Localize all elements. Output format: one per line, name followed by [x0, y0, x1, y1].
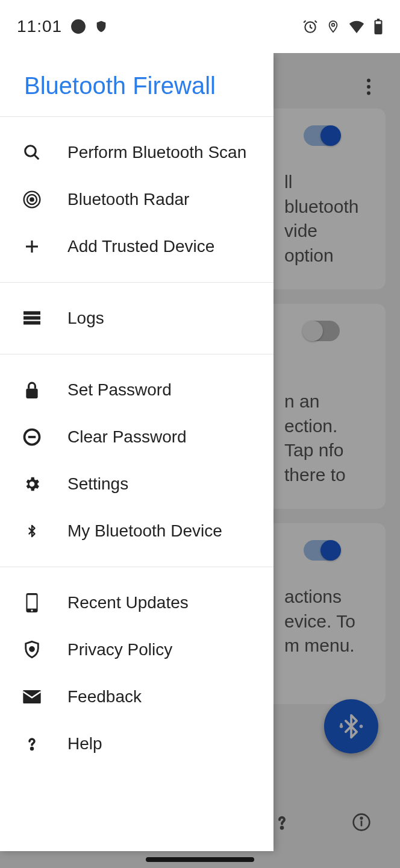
shield-icon [22, 640, 42, 660]
drawer-item-label: Recent Updates [67, 593, 189, 612]
drawer-item-radar[interactable]: Bluetooth Radar [0, 176, 273, 223]
mail-icon [22, 687, 42, 707]
drawer-item-my-device[interactable]: My Bluetooth Device [0, 508, 273, 555]
radar-icon [22, 189, 42, 210]
navigation-drawer: Bluetooth Firewall Perform Bluetooth Sca… [0, 53, 273, 851]
drawer-item-label: Perform Bluetooth Scan [67, 143, 246, 162]
drawer-item-label: Logs [67, 309, 104, 328]
drawer-item-label: Set Password [67, 380, 172, 400]
drawer-item-label: Bluetooth Radar [67, 190, 189, 209]
bluetooth-icon [22, 521, 42, 541]
shield-status-icon [95, 19, 108, 34]
drawer-item-label: Privacy Policy [67, 640, 172, 659]
drawer-item-label: Help [67, 734, 102, 753]
search-icon [22, 142, 42, 163]
drawer-item-logs[interactable]: Logs [0, 295, 273, 342]
svg-point-34 [31, 748, 33, 750]
lock-icon [22, 380, 42, 400]
help-icon [22, 734, 42, 754]
svg-point-16 [25, 146, 36, 157]
svg-point-32 [30, 647, 34, 651]
wifi-icon [348, 20, 365, 33]
battery-icon [373, 19, 383, 34]
svg-rect-5 [377, 19, 380, 20]
drawer-item-clear-password[interactable]: Clear Password [0, 414, 273, 461]
svg-rect-23 [23, 311, 40, 315]
drawer-item-recent-updates[interactable]: Recent Updates [0, 579, 273, 626]
svg-point-20 [30, 198, 33, 201]
drawer-item-label: Add Trusted Device [67, 237, 214, 256]
svg-point-3 [332, 24, 335, 27]
drawer-item-label: Settings [67, 474, 128, 494]
drawer-item-add-trusted[interactable]: Add Trusted Device [0, 223, 273, 270]
svg-rect-30 [28, 595, 37, 608]
drawer-item-label: My Bluetooth Device [67, 521, 222, 541]
drawer-item-settings[interactable]: Settings [0, 461, 273, 508]
phone-icon [22, 593, 42, 613]
drawer-item-scan[interactable]: Perform Bluetooth Scan [0, 129, 273, 176]
drawer-item-label: Clear Password [67, 427, 187, 447]
status-time: 11:01 [17, 17, 62, 36]
alarm-icon [302, 19, 318, 34]
location-icon [327, 19, 340, 34]
drawer-title: Bluetooth Firewall [0, 53, 273, 116]
logs-icon [22, 308, 42, 329]
status-bar: 11:01 [0, 0, 400, 53]
clear-icon [22, 427, 42, 447]
svg-line-17 [34, 155, 39, 160]
drawer-item-label: Feedback [67, 687, 142, 706]
drawer-item-help[interactable]: Help [0, 720, 273, 767]
drawer-item-feedback[interactable]: Feedback [0, 673, 273, 720]
plus-icon [22, 236, 42, 257]
svg-rect-26 [26, 389, 37, 398]
svg-point-31 [31, 609, 33, 611]
svg-rect-24 [23, 316, 40, 320]
drawer-item-set-password[interactable]: Set Password [0, 366, 273, 414]
svg-rect-25 [23, 321, 40, 325]
svg-rect-6 [376, 21, 381, 24]
gear-icon [22, 474, 42, 494]
dnd-icon [70, 19, 86, 34]
svg-rect-1 [75, 26, 82, 27]
drawer-item-privacy[interactable]: Privacy Policy [0, 626, 273, 673]
